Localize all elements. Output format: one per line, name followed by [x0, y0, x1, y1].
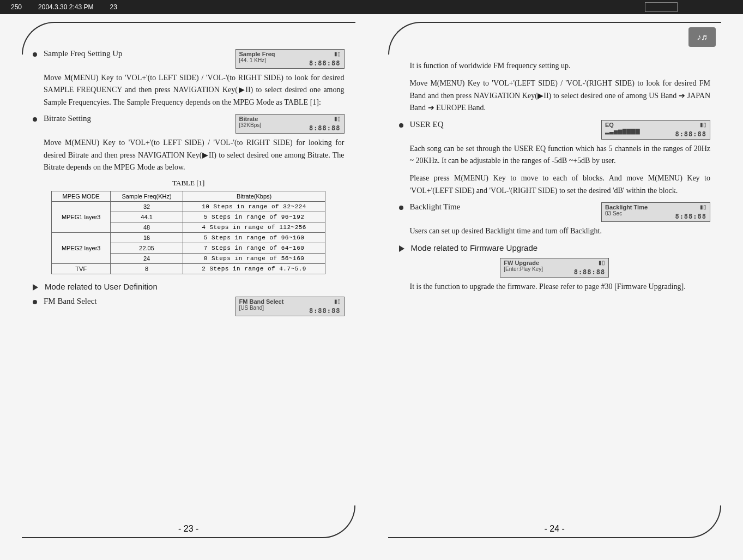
fw-upgrade-desc: It is the function to upgrade the firmwa…	[410, 281, 711, 293]
user-eq-desc-1: Each song can be set through the USER EQ…	[410, 143, 711, 167]
td-freq: 44.1	[111, 212, 183, 222]
music-note-icon: ♪♬	[688, 27, 716, 47]
battery-icon: ▮▯	[334, 298, 341, 304]
table-row: MPEG1 layer3 32 10 Steps in range of 32~…	[52, 202, 325, 212]
th-freq: Sample Freq(KHz)	[111, 191, 183, 202]
lcd-line1: Sample Freq	[239, 51, 341, 57]
backlight-label: Backlight Time	[410, 202, 461, 212]
lcd-bitrate: Bitrate [32KBps] ▮▯ 8:88:88	[235, 114, 345, 134]
backlight-desc: Users can set up desired Backlight time …	[410, 225, 711, 237]
lcd-sample-freq: Sample Freq [44. 1 KHz] ▮▯ 8:88:88	[235, 49, 345, 69]
bullet-icon	[33, 52, 37, 57]
file-timestamp: 2004.3.30 2:43 PM	[38, 3, 93, 11]
td-rate: 2 Steps in range of 4.7~5.9	[183, 264, 325, 274]
lcd-clock: 8:88:88	[309, 124, 341, 132]
td-freq: 32	[111, 202, 183, 212]
fw-upgrade-heading: Mode related to Firmware Upgrade	[411, 243, 538, 252]
bitrate-row: Bitrate Setting Bitrate [32KBps] ▮▯ 8:88…	[33, 114, 345, 134]
td-freq: 24	[111, 254, 183, 264]
td-freq: 8	[111, 264, 183, 274]
backlight-row: Backlight Time Backlight Time 03 Sec ▮▯ …	[399, 202, 711, 222]
page-number: - 23 -	[22, 524, 355, 534]
fm-intro-2: Move M(MENU) Key to 'VOL+'(LEFT SIDE) / …	[410, 77, 711, 114]
td-rate: 5 Steps in range of 96~160	[183, 233, 325, 243]
td-freq: 48	[111, 222, 183, 233]
page-number: - 24 -	[388, 524, 722, 534]
td-freq: 22.05	[111, 243, 183, 254]
battery-icon: ▮▯	[334, 51, 341, 57]
td-rate: 5 Steps in range of 96~192	[183, 212, 325, 222]
fm-intro-1: It is function of worldwide FM frequency…	[410, 60, 711, 72]
lcd-line1: Backlight Time	[605, 204, 706, 210]
left-page: Sample Freq Setting Up Sample Freq [44. …	[22, 22, 355, 538]
lcd-fw-upgrade: FW Upgrade [Enter:Play Key] ▮▯ 8:88:88	[500, 258, 609, 278]
user-eq-label: USER EQ	[410, 120, 444, 129]
file-id: 250	[11, 3, 22, 11]
lcd-line1: FM Band Select	[239, 298, 341, 305]
lcd-line1: Bitrate	[239, 116, 341, 122]
td-rate: 4 Steps in range of 112~256	[183, 222, 325, 233]
lcd-clock: 8:88:88	[309, 307, 341, 315]
battery-icon: ▮▯	[334, 116, 341, 122]
bullet-icon	[33, 300, 37, 304]
td-rate: 8 Steps in range of 56~160	[183, 254, 325, 264]
lcd-clock: 8:88:88	[574, 268, 606, 276]
user-def-heading-row: Mode related to User Definition	[33, 282, 345, 291]
lcd-line1: EQ	[605, 122, 706, 128]
fm-band-row: FM Band Select FM Band Select [US Band] …	[33, 297, 345, 316]
page-hint: 23	[110, 3, 117, 11]
table-title: TABLE [1]	[33, 179, 345, 188]
fm-band-label: FM Band Select	[44, 297, 97, 306]
td-mode: MPEG1 layer3	[52, 202, 111, 233]
lcd-clock: 8:88:88	[675, 213, 706, 220]
td-mode: MPEG2 layer3	[52, 233, 111, 264]
table-row: MPEG2 layer3 16 5 Steps in range of 96~1…	[52, 233, 325, 243]
td-mode: TVF	[52, 264, 111, 274]
user-def-heading: Mode related to User Definition	[45, 282, 158, 291]
td-freq: 16	[111, 233, 183, 243]
th-rate: Bitrate(Kbps)	[183, 191, 325, 202]
battery-icon: ▮▯	[599, 260, 605, 266]
right-page: ♪♬ It is function of worldwide FM freque…	[388, 22, 722, 538]
bullet-icon	[399, 123, 403, 128]
triangle-icon	[399, 245, 404, 252]
page-border-curve	[388, 22, 722, 55]
sample-freq-label: Sample Freq Setting Up	[44, 49, 123, 58]
bullet-icon	[399, 206, 403, 210]
triangle-icon	[33, 284, 38, 291]
fw-lcd-row: FW Upgrade [Enter:Play Key] ▮▯ 8:88:88	[399, 258, 711, 278]
lcd-fm-band: FM Band Select [US Band] ▮▯ 8:88:88	[235, 297, 345, 316]
page-spread: Sample Freq Setting Up Sample Freq [44. …	[22, 22, 721, 538]
battery-icon: ▮▯	[700, 122, 706, 128]
lcd-clock: 8:88:88	[675, 130, 706, 138]
lcd-backlight: Backlight Time 03 Sec ▮▯ 8:88:88	[601, 202, 710, 222]
print-crop-bar: 250 2004.3.30 2:43 PM 23	[0, 0, 743, 14]
bullet-icon	[33, 117, 37, 122]
bitrate-desc: Move M(MENU) Key to 'VOL+'(to LEFT SIDE)…	[44, 137, 345, 173]
th-mode: MPEG MODE	[52, 191, 111, 202]
lcd-clock: 8:88:88	[309, 59, 341, 67]
td-rate: 10 Steps in range of 32~224	[183, 202, 325, 212]
td-rate: 7 Steps in range of 64~160	[183, 243, 325, 254]
lcd-line1: FW Upgrade	[504, 260, 605, 266]
mpeg-table: MPEG MODE Sample Freq(KHz) Bitrate(Kbps)…	[51, 191, 325, 274]
crop-mark-icon	[645, 2, 678, 12]
user-eq-row: USER EQ EQ ▂▃▅▆▇▇▇▇ ▮▯ 8:88:88	[399, 120, 711, 140]
fw-upgrade-heading-row: Mode related to Firmware Upgrade	[399, 243, 711, 252]
battery-icon: ▮▯	[700, 204, 706, 210]
table-row: TVF 8 2 Steps in range of 4.7~5.9	[52, 264, 325, 274]
sample-freq-desc: Move M(MENU) Key to 'VOL+'(to LEFT SIDE)…	[44, 72, 345, 109]
bitrate-label: Bitrate Setting	[44, 114, 91, 123]
lcd-user-eq: EQ ▂▃▅▆▇▇▇▇ ▮▯ 8:88:88	[601, 120, 710, 140]
sample-freq-row: Sample Freq Setting Up Sample Freq [44. …	[33, 49, 345, 69]
user-eq-desc-2: Please press M(MENU) Key to move to each…	[410, 172, 711, 197]
table-header-row: MPEG MODE Sample Freq(KHz) Bitrate(Kbps)	[52, 191, 325, 202]
